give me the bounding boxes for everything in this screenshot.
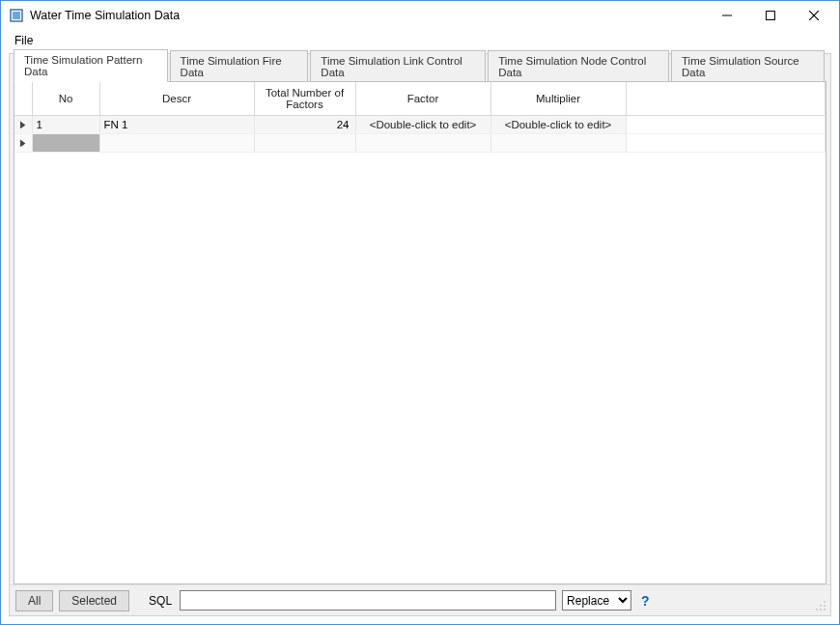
cell-total[interactable]: 24 <box>254 115 355 133</box>
tabstrip: Time Simulation Pattern Data Time Simula… <box>10 54 830 81</box>
column-header-no[interactable]: No <box>32 82 99 115</box>
app-window: Water Time Simulation Data File Time Sim… <box>0 0 840 625</box>
menu-file[interactable]: File <box>7 32 41 49</box>
cell-descr[interactable] <box>99 133 254 152</box>
svg-point-10 <box>820 609 822 611</box>
minimize-button[interactable] <box>705 2 748 29</box>
table-row-new[interactable]: ▶ <box>14 133 826 152</box>
column-header-rowselector <box>14 82 32 115</box>
row-selector[interactable]: ▶ <box>14 133 32 152</box>
cell-multiplier[interactable]: <Double-click to edit> <box>490 115 626 133</box>
cell-no[interactable]: 1 <box>32 115 99 133</box>
window-title: Water Time Simulation Data <box>30 9 180 22</box>
maximize-button[interactable] <box>748 2 792 29</box>
client-area: Time Simulation Pattern Data Time Simula… <box>9 53 831 616</box>
svg-rect-3 <box>766 12 774 20</box>
data-grid[interactable]: No Descr Total Number of Factors Factor … <box>14 82 826 153</box>
tab-pattern-data[interactable]: Time Simulation Pattern Data <box>14 49 168 82</box>
tab-link-control-data[interactable]: Time Simulation Link Control Data <box>310 50 486 82</box>
tab-source-data[interactable]: Time Simulation Source Data <box>671 50 825 82</box>
selected-button[interactable]: Selected <box>59 590 129 611</box>
app-icon <box>9 8 24 23</box>
resize-grip-icon[interactable] <box>813 598 826 611</box>
table-row[interactable]: ▶ 1 FN 1 24 <Double-click to edit> <Doub… <box>14 115 826 133</box>
all-button[interactable]: All <box>15 590 53 611</box>
row-marker-icon: ▶ <box>20 137 26 148</box>
replace-select[interactable]: Replace <box>562 590 631 611</box>
cell-total[interactable] <box>254 133 355 152</box>
cell-descr[interactable]: FN 1 <box>99 115 254 133</box>
svg-point-11 <box>824 609 826 611</box>
row-selector[interactable]: ▶ <box>14 115 32 133</box>
cell-factor[interactable]: <Double-click to edit> <box>355 115 490 133</box>
column-header-multiplier[interactable]: Multiplier <box>490 82 626 115</box>
tab-fire-data[interactable]: Time Simulation Fire Data <box>170 50 309 82</box>
column-header-blank <box>626 82 826 115</box>
menubar: File <box>1 30 839 51</box>
cell-blank <box>626 115 826 133</box>
sql-input[interactable] <box>180 590 556 611</box>
window-controls <box>705 2 835 29</box>
tab-panel: No Descr Total Number of Factors Factor … <box>14 81 826 584</box>
cell-blank <box>626 133 826 152</box>
bottombar: All Selected SQL Replace ? <box>10 584 830 615</box>
column-header-descr[interactable]: Descr <box>99 82 254 115</box>
cell-factor[interactable] <box>355 133 490 152</box>
help-icon[interactable]: ? <box>641 593 650 609</box>
titlebar: Water Time Simulation Data <box>1 1 839 30</box>
svg-rect-1 <box>13 12 20 19</box>
svg-point-6 <box>824 601 826 603</box>
svg-point-9 <box>816 609 818 611</box>
svg-point-8 <box>824 605 826 607</box>
cell-multiplier[interactable] <box>490 133 626 152</box>
column-header-factor[interactable]: Factor <box>355 82 490 115</box>
column-header-total[interactable]: Total Number of Factors <box>254 82 355 115</box>
row-marker-icon: ▶ <box>20 119 26 129</box>
svg-point-7 <box>820 605 822 607</box>
tab-node-control-data[interactable]: Time Simulation Node Control Data <box>488 50 669 82</box>
cell-no[interactable] <box>32 133 99 152</box>
sql-label: SQL <box>149 594 172 608</box>
close-button[interactable] <box>792 2 835 29</box>
